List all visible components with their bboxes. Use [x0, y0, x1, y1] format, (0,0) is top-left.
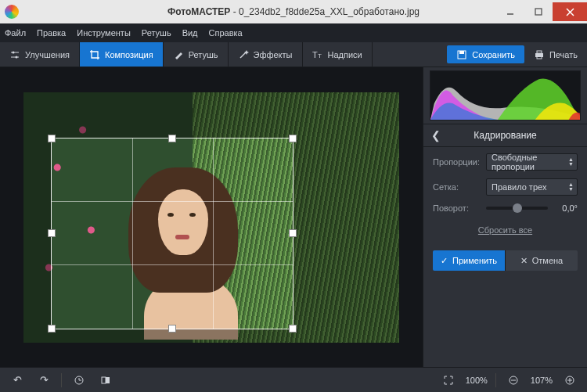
proportions-label: Пропорции:	[433, 157, 480, 167]
compare-button[interactable]	[96, 371, 115, 390]
svg-rect-15	[537, 56, 542, 59]
menu-bar: Файл Правка Инструменты Ретушь Вид Справ…	[0, 23, 587, 42]
x-icon: ✕	[520, 256, 528, 266]
brush-icon	[173, 49, 184, 60]
zoom-fit-value: 100%	[466, 376, 488, 385]
stepper-arrows-icon: ▲▼	[568, 182, 574, 192]
histogram	[430, 70, 581, 120]
rotate-label: Поворот:	[433, 203, 480, 213]
save-icon	[456, 49, 467, 60]
grid-select[interactable]: Правило трех ▲▼	[486, 178, 578, 196]
svg-point-6	[13, 51, 15, 53]
zoom-in-button[interactable]	[560, 371, 579, 390]
crop-handle-br[interactable]	[289, 325, 297, 333]
tab-retouch[interactable]: Ретушь	[164, 42, 229, 67]
cancel-button[interactable]: ✕ Отмена	[505, 250, 578, 271]
crop-handle-bm[interactable]	[168, 325, 176, 333]
fit-screen-button[interactable]	[439, 371, 458, 390]
check-icon: ✓	[441, 256, 448, 266]
menu-help[interactable]: Справка	[209, 28, 243, 38]
menu-file[interactable]: Файл	[5, 28, 26, 38]
grid-label: Сетка:	[433, 182, 480, 192]
svg-rect-17	[102, 377, 106, 383]
text-icon: TT	[312, 49, 323, 60]
redo-button[interactable]: ↷	[34, 371, 53, 390]
slider-thumb[interactable]	[513, 203, 522, 213]
status-bar: ↶ ↷ 100% 107%	[0, 367, 587, 392]
save-button[interactable]: Сохранить	[447, 45, 524, 63]
maximize-button[interactable]	[524, 2, 553, 21]
crop-handle-tl[interactable]	[48, 135, 56, 142]
apply-button[interactable]: ✓ Применить	[433, 250, 505, 271]
print-icon	[534, 49, 545, 60]
title-bar: ФотоМАСТЕР - 0_234db2_f8dde25a_XXL_обраб…	[0, 0, 587, 23]
canvas-area[interactable]	[0, 67, 423, 367]
crop-handle-ml[interactable]	[48, 229, 56, 237]
tab-composition[interactable]: Композиция	[80, 42, 164, 67]
print-button[interactable]: Печать	[524, 42, 587, 67]
close-button[interactable]	[553, 2, 587, 21]
svg-text:T: T	[312, 50, 318, 59]
tab-effects[interactable]: Эффекты	[229, 42, 303, 67]
undo-button[interactable]: ↶	[8, 371, 27, 390]
menu-instruments[interactable]: Инструменты	[77, 28, 131, 38]
menu-edit[interactable]: Правка	[37, 28, 66, 38]
side-panel: ❮ Кадрирование Пропорции: Свободные проп…	[423, 67, 587, 367]
panel-title: Кадрирование	[474, 130, 536, 141]
svg-point-7	[16, 56, 18, 58]
history-button[interactable]	[70, 371, 88, 390]
rotate-slider[interactable]	[486, 207, 548, 210]
stepper-arrows-icon: ▲▼	[568, 157, 574, 167]
back-button[interactable]: ❮	[431, 129, 441, 142]
proportions-select[interactable]: Свободные пропорции ▲▼	[486, 153, 578, 171]
crop-handle-mr[interactable]	[289, 229, 297, 237]
sliders-icon	[9, 49, 20, 60]
wand-icon	[238, 49, 249, 60]
zoom-out-button[interactable]	[504, 371, 523, 390]
svg-rect-1	[535, 9, 542, 15]
tab-enhance[interactable]: Улучшения	[0, 42, 80, 67]
crop-handle-tm[interactable]	[168, 135, 176, 142]
minimize-button[interactable]	[496, 2, 524, 21]
crop-handle-bl[interactable]	[48, 325, 56, 333]
app-logo-icon	[5, 5, 19, 19]
svg-rect-14	[537, 51, 542, 53]
svg-rect-18	[106, 377, 110, 383]
zoom-value: 107%	[531, 376, 553, 385]
crop-frame[interactable]	[51, 138, 294, 329]
svg-text:T: T	[318, 52, 322, 59]
rotate-value: 0,0°	[554, 203, 578, 213]
svg-rect-12	[459, 51, 464, 54]
tab-text[interactable]: TT Надписи	[303, 42, 373, 67]
menu-view[interactable]: Вид	[182, 28, 198, 38]
reset-link[interactable]: Сбросить все	[433, 225, 578, 235]
crop-handle-tr[interactable]	[289, 135, 297, 142]
main-toolbar: Улучшения Композиция Ретушь Эффекты TT Н…	[0, 42, 587, 67]
crop-icon	[89, 49, 100, 60]
window-title: ФотоМАСТЕР - 0_234db2_f8dde25a_XXL_обраб…	[167, 6, 420, 17]
panel-header: ❮ Кадрирование	[423, 124, 587, 147]
photo-preview	[23, 92, 399, 343]
menu-retouch[interactable]: Ретушь	[142, 28, 171, 38]
